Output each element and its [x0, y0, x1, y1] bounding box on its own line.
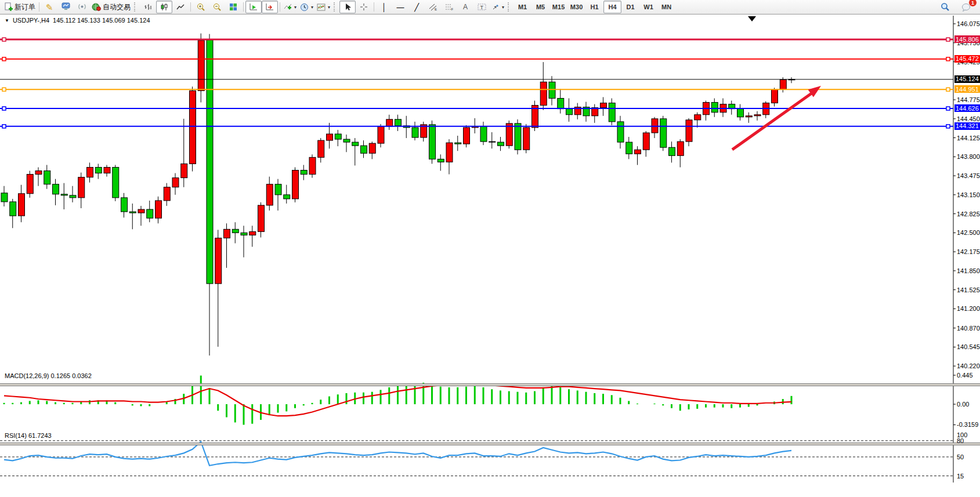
text-tool-button[interactable]: A	[457, 1, 473, 13]
chart-canvas[interactable]	[0, 14, 980, 497]
tile-windows-button[interactable]	[225, 1, 241, 13]
chart-shift-marker[interactable]	[748, 16, 756, 21]
chart-window[interactable]: ▼ USDJPY-,H4 145.112 145.133 145.069 145…	[0, 14, 980, 492]
timeframe-h1-button[interactable]: H1	[585, 1, 603, 13]
candle	[87, 167, 93, 177]
fibonacci-tool-button[interactable]: F	[441, 1, 457, 13]
price-axis-value: 141.850	[957, 267, 980, 274]
timeframe-m1-button[interactable]: M1	[513, 1, 531, 13]
candle	[412, 128, 418, 137]
hline-anchor[interactable]	[2, 88, 6, 91]
horizontal-line-tool-button[interactable]: —	[392, 1, 408, 13]
new-order-icon	[4, 2, 13, 12]
hline-anchor[interactable]	[946, 125, 950, 128]
crosshair-tool-button[interactable]	[356, 1, 372, 13]
clock-icon	[300, 3, 309, 12]
market-button[interactable]	[57, 1, 74, 13]
signals-button[interactable]	[74, 1, 90, 13]
trendline-tool-button[interactable]: ╱	[408, 1, 425, 13]
candle	[772, 89, 778, 103]
candle	[232, 229, 238, 233]
price-axis-value: 140.545	[957, 343, 980, 350]
candle	[61, 194, 67, 195]
candle	[437, 159, 444, 162]
candlestick-chart-button[interactable]	[156, 1, 172, 13]
hline-anchor[interactable]	[946, 57, 950, 61]
price-axis-value: 141.200	[957, 305, 980, 312]
timeframe-mn-button[interactable]: MN	[657, 1, 675, 13]
candle	[44, 171, 50, 184]
price-axis-value: 146.075	[957, 20, 980, 27]
auto-scroll-button[interactable]	[245, 1, 262, 13]
templates-button[interactable]: ▾	[315, 1, 332, 13]
hline-anchor[interactable]	[2, 38, 6, 41]
timeframe-d1-button[interactable]: D1	[621, 1, 639, 13]
indicators-button[interactable]: ▾	[282, 1, 298, 13]
rsi-axis-value: 50	[957, 454, 964, 460]
timeframe-m15-button[interactable]: M15	[549, 1, 567, 13]
candle	[138, 209, 144, 213]
cursor-icon	[344, 3, 352, 11]
channel-tool-button[interactable]: E	[425, 1, 441, 13]
collapse-triangle-icon[interactable]: ▼	[5, 18, 9, 23]
timeframe-h4-button[interactable]: H4	[603, 1, 621, 13]
zoom-in-button[interactable]	[193, 1, 209, 13]
rsi-panel-divider[interactable]	[0, 442, 980, 445]
timeframe-m30-button[interactable]: M30	[567, 1, 585, 13]
line-chart-button[interactable]	[172, 1, 189, 13]
candle	[746, 116, 752, 117]
search-button[interactable]	[937, 1, 953, 13]
price-axis-value: 143.150	[957, 191, 980, 198]
price-axis-value: 143.800	[957, 153, 980, 160]
candle	[207, 40, 213, 284]
timeframe-label: H1	[591, 3, 599, 10]
cursor-tool-button[interactable]	[339, 1, 356, 13]
candle	[181, 164, 187, 177]
candle	[70, 195, 76, 198]
hline-anchor[interactable]	[946, 107, 950, 110]
bar-chart-button[interactable]	[140, 1, 156, 13]
candle	[626, 142, 632, 154]
vertical-line-tool-button[interactable]: │	[376, 1, 392, 13]
timeframe-m5-button[interactable]: M5	[531, 1, 549, 13]
candle	[249, 231, 256, 235]
candle	[540, 82, 547, 105]
text-label-icon: T	[478, 3, 486, 11]
candle	[224, 229, 230, 238]
hline-anchor[interactable]	[946, 38, 950, 41]
zoom-in-icon	[197, 3, 205, 12]
text-label-tool-button[interactable]: T	[473, 1, 490, 13]
price-axis-value: 144.775	[957, 96, 980, 103]
hline-anchor[interactable]	[946, 88, 950, 91]
timeframe-w1-button[interactable]: W1	[639, 1, 657, 13]
vertical-line-icon: │	[382, 3, 386, 11]
metaeditor-button[interactable]: ✎	[41, 1, 57, 13]
new-order-button[interactable]: 新订单	[2, 1, 37, 13]
hline-anchor[interactable]	[2, 57, 6, 61]
zoom-out-icon	[213, 3, 222, 12]
candle	[609, 103, 615, 122]
candle	[515, 124, 521, 150]
hline-anchor[interactable]	[2, 107, 6, 110]
autotrading-icon	[92, 2, 101, 12]
zoom-out-button[interactable]	[209, 1, 225, 13]
macd-panel-divider[interactable]	[0, 383, 980, 386]
candle	[464, 128, 470, 144]
chart-shift-button[interactable]	[262, 1, 278, 13]
price-tag-144.951: 144.951	[954, 85, 980, 93]
hline-anchor[interactable]	[2, 125, 6, 128]
candle	[10, 202, 16, 216]
rsi-label: RSI(14) 61.7243	[5, 432, 52, 439]
candle	[369, 143, 375, 153]
candle	[156, 201, 162, 218]
periods-button[interactable]: ▾	[298, 1, 315, 13]
autotrading-button[interactable]: 自动交易	[90, 1, 132, 13]
candle	[754, 115, 761, 116]
candle	[635, 150, 641, 154]
timeframe-group: M1M5M15M30H1H4D1W1MN	[513, 0, 675, 14]
arrows-tool-button[interactable]: ▾	[490, 1, 506, 13]
candle	[78, 177, 85, 198]
line-chart-icon	[176, 3, 185, 11]
candle	[386, 119, 393, 126]
chat-button[interactable]: 1	[958, 1, 974, 13]
